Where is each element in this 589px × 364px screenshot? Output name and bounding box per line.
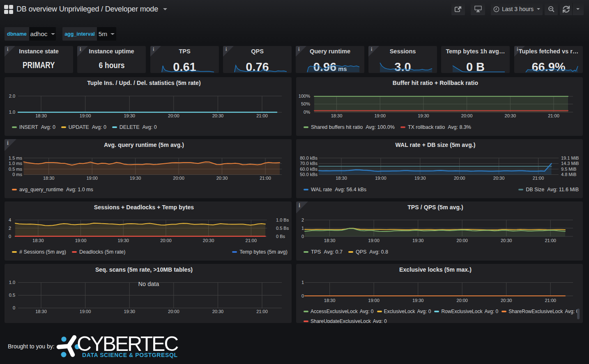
svg-text:19:00: 19:00 bbox=[86, 176, 98, 181]
svg-text:1.0: 1.0 bbox=[9, 280, 15, 285]
svg-text:19:00: 19:00 bbox=[80, 309, 91, 314]
svg-text:2: 2 bbox=[301, 217, 304, 222]
svg-text:20:00: 20:00 bbox=[168, 113, 179, 118]
svg-text:21:00: 21:00 bbox=[545, 238, 556, 243]
svg-text:19:00: 19:00 bbox=[368, 298, 380, 303]
svg-text:18:30: 18:30 bbox=[35, 113, 47, 118]
svg-text:0: 0 bbox=[13, 305, 15, 310]
svg-text:100%: 100% bbox=[299, 94, 310, 98]
svg-text:20:30: 20:30 bbox=[216, 176, 228, 181]
svg-text:21:00: 21:00 bbox=[548, 113, 559, 118]
svg-text:18:30: 18:30 bbox=[35, 309, 47, 314]
svg-text:19:30: 19:30 bbox=[412, 238, 424, 243]
svg-text:0.5 Bs: 0.5 Bs bbox=[276, 226, 289, 231]
svg-text:21:00: 21:00 bbox=[533, 176, 544, 181]
svg-text:0: 0 bbox=[301, 234, 304, 239]
svg-text:1.0: 1.0 bbox=[9, 110, 15, 114]
svg-text:20:30: 20:30 bbox=[505, 113, 516, 118]
svg-text:20:00: 20:00 bbox=[456, 238, 468, 243]
svg-text:1: 1 bbox=[301, 226, 304, 231]
svg-text:21:00: 21:00 bbox=[545, 298, 556, 303]
svg-text:70.0 kBs: 70.0 kBs bbox=[300, 161, 318, 166]
svg-text:0 Bs: 0 Bs bbox=[276, 234, 285, 239]
svg-text:20:00: 20:00 bbox=[456, 298, 468, 303]
svg-text:19:30: 19:30 bbox=[418, 113, 429, 118]
svg-text:2: 2 bbox=[9, 226, 11, 231]
svg-text:0: 0 bbox=[301, 293, 304, 298]
svg-text:19:30: 19:30 bbox=[414, 176, 426, 181]
svg-text:9.5 MiB: 9.5 MiB bbox=[561, 167, 576, 172]
svg-text:19:00: 19:00 bbox=[80, 113, 91, 118]
svg-text:80.0 kBs: 80.0 kBs bbox=[300, 156, 318, 160]
svg-text:20:00: 20:00 bbox=[454, 176, 465, 181]
svg-text:0.5 ms: 0.5 ms bbox=[9, 167, 23, 172]
svg-text:19:00: 19:00 bbox=[75, 238, 87, 243]
svg-text:1.5 ms: 1.5 ms bbox=[9, 156, 23, 160]
svg-text:50%: 50% bbox=[301, 101, 310, 106]
svg-text:20:30: 20:30 bbox=[501, 238, 512, 243]
svg-text:19:30: 19:30 bbox=[124, 309, 135, 314]
svg-text:0%: 0% bbox=[304, 110, 310, 114]
svg-text:20:00: 20:00 bbox=[173, 176, 184, 181]
svg-text:18:30: 18:30 bbox=[43, 176, 55, 181]
svg-text:20:00: 20:00 bbox=[160, 238, 172, 243]
svg-text:20:30: 20:30 bbox=[493, 176, 505, 181]
svg-text:18:30: 18:30 bbox=[324, 238, 336, 243]
svg-text:0: 0 bbox=[9, 234, 11, 239]
svg-text:2.0: 2.0 bbox=[9, 94, 15, 98]
svg-text:0.5: 0.5 bbox=[9, 293, 15, 298]
svg-text:20:00: 20:00 bbox=[461, 113, 473, 118]
svg-text:4.8 MiB: 4.8 MiB bbox=[561, 172, 576, 177]
svg-text:19:30: 19:30 bbox=[130, 176, 141, 181]
svg-text:19:00: 19:00 bbox=[374, 113, 386, 118]
svg-text:1.0 Bs: 1.0 Bs bbox=[276, 217, 289, 222]
svg-text:20:30: 20:30 bbox=[212, 113, 224, 118]
svg-text:21:00: 21:00 bbox=[260, 176, 271, 181]
svg-text:18:30: 18:30 bbox=[32, 238, 44, 243]
svg-text:19:00: 19:00 bbox=[375, 176, 387, 181]
svg-text:19:00: 19:00 bbox=[368, 238, 380, 243]
svg-text:19:30: 19:30 bbox=[117, 238, 129, 243]
svg-text:50.0 kBs: 50.0 kBs bbox=[300, 172, 318, 177]
svg-text:20:30: 20:30 bbox=[203, 238, 214, 243]
svg-text:21:00: 21:00 bbox=[246, 238, 257, 243]
svg-text:1.0 ms: 1.0 ms bbox=[9, 161, 23, 166]
svg-text:21:00: 21:00 bbox=[256, 113, 268, 118]
svg-text:21:00: 21:00 bbox=[256, 309, 268, 314]
svg-text:20:00: 20:00 bbox=[168, 309, 179, 314]
svg-text:18:30: 18:30 bbox=[331, 113, 343, 118]
svg-text:18:30: 18:30 bbox=[324, 298, 336, 303]
svg-text:60.0 kBs: 60.0 kBs bbox=[300, 167, 318, 172]
svg-text:1: 1 bbox=[301, 280, 304, 285]
svg-text:0 ms: 0 ms bbox=[12, 172, 22, 177]
svg-text:19.1 MiB: 19.1 MiB bbox=[561, 156, 579, 160]
svg-text:No data: No data bbox=[138, 281, 160, 287]
svg-text:20:30: 20:30 bbox=[212, 309, 224, 314]
svg-text:20:30: 20:30 bbox=[501, 298, 512, 303]
svg-text:14.3 MiB: 14.3 MiB bbox=[561, 161, 579, 166]
svg-text:19:30: 19:30 bbox=[124, 113, 135, 118]
svg-text:4: 4 bbox=[9, 217, 11, 222]
svg-text:19:30: 19:30 bbox=[412, 298, 424, 303]
svg-text:18:30: 18:30 bbox=[336, 176, 347, 181]
